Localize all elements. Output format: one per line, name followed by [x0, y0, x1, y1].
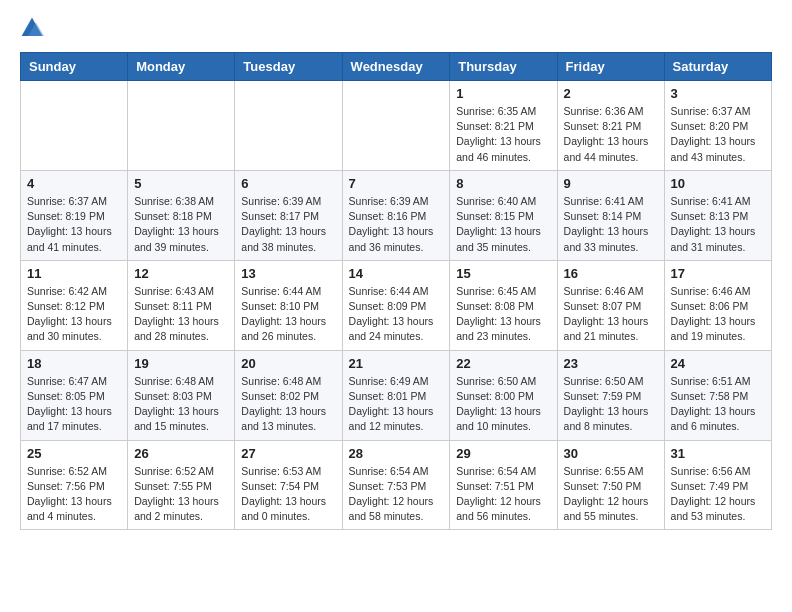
calendar-cell [342, 81, 450, 171]
day-info: Sunrise: 6:45 AM Sunset: 8:08 PM Dayligh… [456, 284, 550, 345]
day-info: Sunrise: 6:35 AM Sunset: 8:21 PM Dayligh… [456, 104, 550, 165]
day-number: 29 [456, 446, 550, 461]
day-number: 13 [241, 266, 335, 281]
day-info: Sunrise: 6:44 AM Sunset: 8:09 PM Dayligh… [349, 284, 444, 345]
day-number: 5 [134, 176, 228, 191]
day-of-week-header: Thursday [450, 53, 557, 81]
calendar-week-row: 11Sunrise: 6:42 AM Sunset: 8:12 PM Dayli… [21, 260, 772, 350]
day-number: 30 [564, 446, 658, 461]
day-number: 26 [134, 446, 228, 461]
day-info: Sunrise: 6:52 AM Sunset: 7:55 PM Dayligh… [134, 464, 228, 525]
calendar-cell: 7Sunrise: 6:39 AM Sunset: 8:16 PM Daylig… [342, 170, 450, 260]
calendar-cell: 25Sunrise: 6:52 AM Sunset: 7:56 PM Dayli… [21, 440, 128, 530]
day-number: 4 [27, 176, 121, 191]
day-number: 27 [241, 446, 335, 461]
day-number: 6 [241, 176, 335, 191]
calendar-cell: 18Sunrise: 6:47 AM Sunset: 8:05 PM Dayli… [21, 350, 128, 440]
calendar-cell: 2Sunrise: 6:36 AM Sunset: 8:21 PM Daylig… [557, 81, 664, 171]
day-number: 8 [456, 176, 550, 191]
day-info: Sunrise: 6:56 AM Sunset: 7:49 PM Dayligh… [671, 464, 765, 525]
day-number: 31 [671, 446, 765, 461]
calendar-cell: 29Sunrise: 6:54 AM Sunset: 7:51 PM Dayli… [450, 440, 557, 530]
day-number: 24 [671, 356, 765, 371]
calendar-cell: 12Sunrise: 6:43 AM Sunset: 8:11 PM Dayli… [128, 260, 235, 350]
day-info: Sunrise: 6:55 AM Sunset: 7:50 PM Dayligh… [564, 464, 658, 525]
day-number: 25 [27, 446, 121, 461]
day-info: Sunrise: 6:36 AM Sunset: 8:21 PM Dayligh… [564, 104, 658, 165]
calendar-cell [21, 81, 128, 171]
day-info: Sunrise: 6:41 AM Sunset: 8:14 PM Dayligh… [564, 194, 658, 255]
calendar-header-row: SundayMondayTuesdayWednesdayThursdayFrid… [21, 53, 772, 81]
calendar-week-row: 25Sunrise: 6:52 AM Sunset: 7:56 PM Dayli… [21, 440, 772, 530]
day-number: 17 [671, 266, 765, 281]
day-info: Sunrise: 6:37 AM Sunset: 8:20 PM Dayligh… [671, 104, 765, 165]
calendar-cell: 13Sunrise: 6:44 AM Sunset: 8:10 PM Dayli… [235, 260, 342, 350]
day-number: 16 [564, 266, 658, 281]
day-number: 2 [564, 86, 658, 101]
calendar-cell: 22Sunrise: 6:50 AM Sunset: 8:00 PM Dayli… [450, 350, 557, 440]
day-number: 10 [671, 176, 765, 191]
day-number: 9 [564, 176, 658, 191]
day-number: 11 [27, 266, 121, 281]
header [20, 16, 772, 40]
day-info: Sunrise: 6:39 AM Sunset: 8:17 PM Dayligh… [241, 194, 335, 255]
day-info: Sunrise: 6:38 AM Sunset: 8:18 PM Dayligh… [134, 194, 228, 255]
day-info: Sunrise: 6:46 AM Sunset: 8:06 PM Dayligh… [671, 284, 765, 345]
calendar-table: SundayMondayTuesdayWednesdayThursdayFrid… [20, 52, 772, 530]
day-info: Sunrise: 6:50 AM Sunset: 8:00 PM Dayligh… [456, 374, 550, 435]
calendar-cell: 3Sunrise: 6:37 AM Sunset: 8:20 PM Daylig… [664, 81, 771, 171]
day-info: Sunrise: 6:46 AM Sunset: 8:07 PM Dayligh… [564, 284, 658, 345]
day-info: Sunrise: 6:37 AM Sunset: 8:19 PM Dayligh… [27, 194, 121, 255]
calendar-cell: 6Sunrise: 6:39 AM Sunset: 8:17 PM Daylig… [235, 170, 342, 260]
day-info: Sunrise: 6:40 AM Sunset: 8:15 PM Dayligh… [456, 194, 550, 255]
calendar-cell: 8Sunrise: 6:40 AM Sunset: 8:15 PM Daylig… [450, 170, 557, 260]
day-of-week-header: Monday [128, 53, 235, 81]
day-info: Sunrise: 6:44 AM Sunset: 8:10 PM Dayligh… [241, 284, 335, 345]
day-info: Sunrise: 6:51 AM Sunset: 7:58 PM Dayligh… [671, 374, 765, 435]
day-info: Sunrise: 6:41 AM Sunset: 8:13 PM Dayligh… [671, 194, 765, 255]
day-number: 3 [671, 86, 765, 101]
day-number: 7 [349, 176, 444, 191]
calendar-week-row: 4Sunrise: 6:37 AM Sunset: 8:19 PM Daylig… [21, 170, 772, 260]
day-of-week-header: Sunday [21, 53, 128, 81]
day-info: Sunrise: 6:43 AM Sunset: 8:11 PM Dayligh… [134, 284, 228, 345]
day-of-week-header: Tuesday [235, 53, 342, 81]
calendar-cell: 16Sunrise: 6:46 AM Sunset: 8:07 PM Dayli… [557, 260, 664, 350]
logo-icon [20, 16, 44, 40]
day-info: Sunrise: 6:49 AM Sunset: 8:01 PM Dayligh… [349, 374, 444, 435]
calendar-cell [235, 81, 342, 171]
calendar-cell: 9Sunrise: 6:41 AM Sunset: 8:14 PM Daylig… [557, 170, 664, 260]
calendar-cell: 30Sunrise: 6:55 AM Sunset: 7:50 PM Dayli… [557, 440, 664, 530]
day-number: 22 [456, 356, 550, 371]
day-number: 15 [456, 266, 550, 281]
day-info: Sunrise: 6:54 AM Sunset: 7:51 PM Dayligh… [456, 464, 550, 525]
day-number: 18 [27, 356, 121, 371]
day-number: 20 [241, 356, 335, 371]
day-number: 21 [349, 356, 444, 371]
calendar-cell: 24Sunrise: 6:51 AM Sunset: 7:58 PM Dayli… [664, 350, 771, 440]
calendar-cell: 10Sunrise: 6:41 AM Sunset: 8:13 PM Dayli… [664, 170, 771, 260]
day-of-week-header: Friday [557, 53, 664, 81]
day-info: Sunrise: 6:54 AM Sunset: 7:53 PM Dayligh… [349, 464, 444, 525]
day-number: 28 [349, 446, 444, 461]
calendar-cell: 26Sunrise: 6:52 AM Sunset: 7:55 PM Dayli… [128, 440, 235, 530]
day-info: Sunrise: 6:48 AM Sunset: 8:02 PM Dayligh… [241, 374, 335, 435]
day-info: Sunrise: 6:47 AM Sunset: 8:05 PM Dayligh… [27, 374, 121, 435]
day-of-week-header: Wednesday [342, 53, 450, 81]
day-info: Sunrise: 6:53 AM Sunset: 7:54 PM Dayligh… [241, 464, 335, 525]
calendar-cell: 11Sunrise: 6:42 AM Sunset: 8:12 PM Dayli… [21, 260, 128, 350]
day-number: 14 [349, 266, 444, 281]
calendar-cell: 17Sunrise: 6:46 AM Sunset: 8:06 PM Dayli… [664, 260, 771, 350]
logo [20, 16, 48, 40]
calendar-week-row: 18Sunrise: 6:47 AM Sunset: 8:05 PM Dayli… [21, 350, 772, 440]
day-info: Sunrise: 6:42 AM Sunset: 8:12 PM Dayligh… [27, 284, 121, 345]
day-number: 12 [134, 266, 228, 281]
calendar-cell: 5Sunrise: 6:38 AM Sunset: 8:18 PM Daylig… [128, 170, 235, 260]
day-info: Sunrise: 6:50 AM Sunset: 7:59 PM Dayligh… [564, 374, 658, 435]
calendar-week-row: 1Sunrise: 6:35 AM Sunset: 8:21 PM Daylig… [21, 81, 772, 171]
calendar-cell: 14Sunrise: 6:44 AM Sunset: 8:09 PM Dayli… [342, 260, 450, 350]
calendar-cell: 28Sunrise: 6:54 AM Sunset: 7:53 PM Dayli… [342, 440, 450, 530]
calendar-cell: 20Sunrise: 6:48 AM Sunset: 8:02 PM Dayli… [235, 350, 342, 440]
calendar-cell: 31Sunrise: 6:56 AM Sunset: 7:49 PM Dayli… [664, 440, 771, 530]
day-number: 1 [456, 86, 550, 101]
